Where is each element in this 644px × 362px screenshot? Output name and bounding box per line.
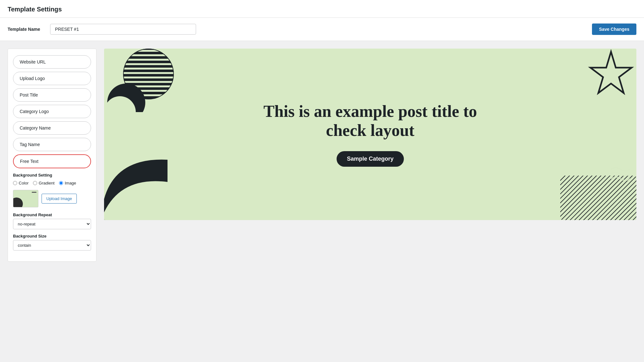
- background-type-radio-group: Color Gradient Image: [13, 181, 91, 185]
- image-upload-row: Upload Image: [13, 190, 91, 207]
- template-name-row: Template Name Save Changes: [0, 18, 644, 41]
- save-changes-button[interactable]: Save Changes: [592, 23, 636, 35]
- radio-image-input[interactable]: [59, 181, 63, 185]
- decorative-top-left: [104, 49, 174, 112]
- decorative-bottom-right: [560, 176, 636, 220]
- sidebar-item-category-name[interactable]: Category Name: [13, 121, 91, 135]
- background-setting-title: Background Setting: [13, 173, 91, 178]
- background-repeat-label: Background Repeat: [13, 212, 91, 217]
- decorative-top-right: [586, 49, 636, 125]
- radio-color-input[interactable]: [13, 181, 17, 185]
- template-name-input[interactable]: [50, 24, 196, 35]
- sidebar-item-free-text[interactable]: Free Text: [13, 154, 91, 168]
- background-repeat-row: Background Repeat no-repeat repeat repea…: [13, 212, 91, 229]
- page-title: Template Settings: [8, 6, 636, 13]
- template-name-label: Template Name: [8, 27, 40, 32]
- radio-image-label: Image: [65, 181, 76, 185]
- page-header: Template Settings: [0, 0, 644, 18]
- preview-category-badge: Sample Category: [337, 151, 404, 167]
- sidebar: Website URL Upload Logo Post Title Categ…: [8, 49, 96, 262]
- svg-rect-20: [560, 176, 636, 220]
- upload-image-button[interactable]: Upload Image: [42, 194, 77, 204]
- decorative-waves: [611, 166, 630, 182]
- radio-color-label: Color: [19, 181, 29, 185]
- radio-image[interactable]: Image: [59, 181, 76, 185]
- background-size-label: Background Size: [13, 234, 91, 238]
- decorative-bottom-left: [104, 157, 168, 220]
- sidebar-item-category-logo[interactable]: Category Logo: [13, 105, 91, 118]
- radio-color[interactable]: Color: [13, 181, 29, 185]
- preview-area: This is an example post title to check l…: [104, 49, 636, 220]
- main-content: Website URL Upload Logo Post Title Categ…: [0, 41, 644, 269]
- svg-marker-18: [590, 52, 632, 93]
- sidebar-item-post-title[interactable]: Post Title: [13, 88, 91, 102]
- background-size-row: Background Size contain cover auto: [13, 234, 91, 251]
- background-repeat-select[interactable]: no-repeat repeat repeat-x repeat-y: [13, 219, 91, 229]
- background-size-select[interactable]: contain cover auto: [13, 240, 91, 251]
- radio-gradient-input[interactable]: [33, 181, 37, 185]
- sidebar-item-tag-name[interactable]: Tag Name: [13, 138, 91, 151]
- radio-gradient[interactable]: Gradient: [33, 181, 55, 185]
- preview-post-title: This is an example post title to check l…: [259, 102, 481, 140]
- sidebar-item-website-url[interactable]: Website URL: [13, 55, 91, 69]
- radio-gradient-label: Gradient: [39, 181, 55, 185]
- image-thumbnail: [13, 190, 38, 207]
- sidebar-item-upload-logo[interactable]: Upload Logo: [13, 72, 91, 85]
